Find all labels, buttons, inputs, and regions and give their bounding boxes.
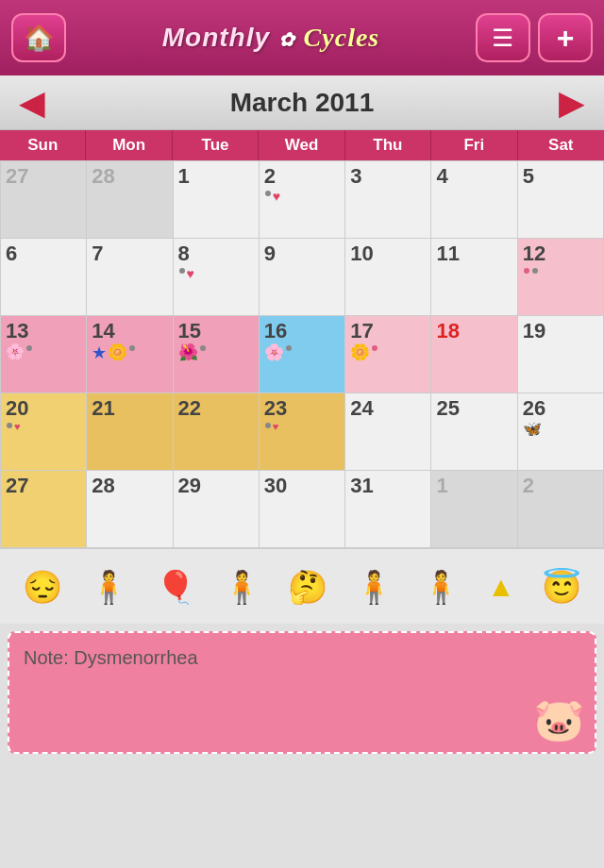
table-row[interactable]: 30 — [260, 471, 345, 548]
dot-icon — [286, 345, 292, 351]
dot-icon — [7, 423, 12, 428]
app-title: Monthly ✿ Cycles — [162, 23, 380, 53]
table-row[interactable]: 3 — [345, 161, 431, 239]
triangle-icon[interactable]: ▲ — [487, 573, 515, 601]
calendar-grid: 27 28 1 2 ♥ 3 4 5 6 7 — [0, 160, 604, 548]
flower-icon: 🌼 — [350, 344, 370, 360]
weekday-mon: Mon — [86, 130, 172, 160]
balloon-icon[interactable]: 🎈 — [156, 571, 195, 603]
app-header: 🏠 Monthly ✿ Cycles ☰ + — [0, 0, 604, 75]
flower-icon: 🌺 — [178, 344, 198, 360]
table-row[interactable]: 2 ♥ — [260, 161, 345, 239]
table-row[interactable]: 18 — [431, 316, 517, 393]
table-row[interactable]: 15 🌺 — [174, 316, 260, 393]
home-button[interactable]: 🏠 — [11, 13, 66, 62]
note-text: Note: Dysmenorrhea — [24, 647, 198, 668]
month-year-label: March 2011 — [230, 88, 375, 118]
calendar-weekday-header: Sun Mon Tue Wed Thu Fri Sat — [0, 130, 604, 160]
table-row[interactable]: 2 — [518, 471, 604, 548]
month-nav-bar: ◀ March 2011 ▶ — [0, 75, 604, 130]
table-row[interactable]: 5 — [518, 161, 604, 239]
flower-icon: 🌸 — [6, 344, 25, 359]
home-icon: 🏠 — [24, 24, 54, 53]
angel-icon[interactable]: 😇 — [542, 571, 581, 603]
table-row[interactable]: 31 — [345, 471, 431, 548]
list-button[interactable]: ☰ — [476, 13, 530, 62]
person-icon[interactable]: 🧍 — [89, 571, 128, 603]
header-right-buttons: ☰ + — [476, 13, 593, 62]
heart-icon: ♥ — [187, 267, 194, 280]
table-row[interactable]: 4 — [431, 161, 517, 239]
table-row[interactable]: 23 ♥ — [260, 393, 345, 471]
weekday-wed: Wed — [259, 130, 344, 160]
weekday-sun: Sun — [0, 130, 86, 160]
table-row[interactable]: 19 — [518, 316, 604, 393]
table-row[interactable]: 12 — [518, 239, 604, 316]
table-row[interactable]: 17 🌼 — [345, 316, 431, 393]
dot-icon — [265, 423, 271, 428]
heart-icon: ♥ — [14, 422, 21, 432]
table-row[interactable]: 8 ♥ — [174, 239, 260, 316]
dot-icon — [179, 268, 185, 274]
next-month-button[interactable]: ▶ — [559, 86, 585, 120]
note-face-icon: 🐷 — [533, 695, 585, 744]
table-row[interactable]: 1 — [431, 471, 517, 548]
table-row[interactable]: 27 — [1, 161, 87, 239]
table-row[interactable]: 16 🌸 — [260, 316, 345, 393]
table-row[interactable]: 7 — [87, 239, 173, 316]
flower-icon: 🌼 — [108, 344, 127, 361]
table-row[interactable]: 9 — [260, 239, 345, 316]
thinking-icon[interactable]: 🤔 — [288, 571, 327, 603]
table-row[interactable]: 11 — [431, 239, 517, 316]
flower-icon: 🌸 — [264, 344, 284, 360]
table-row[interactable]: 26 🦋 — [518, 393, 604, 471]
table-row[interactable]: 21 — [87, 393, 173, 471]
note-section: Note: Dysmenorrhea 🐷 — [8, 631, 596, 754]
pink-dot-icon — [524, 268, 529, 274]
dot-icon — [372, 345, 378, 351]
weekday-fri: Fri — [431, 130, 517, 160]
heart-icon: ♥ — [273, 190, 280, 203]
table-row[interactable]: 6 — [1, 239, 87, 316]
person4-icon[interactable]: 🧍 — [421, 571, 461, 603]
title-cycles: Cycles — [304, 23, 380, 52]
weekday-sat: Sat — [518, 130, 604, 160]
person2-icon[interactable]: 🧍 — [222, 571, 261, 603]
weekday-tue: Tue — [173, 130, 259, 160]
table-row[interactable]: 29 — [174, 471, 260, 548]
plus-icon: + — [557, 21, 575, 56]
heart-icon: ♥ — [273, 422, 279, 432]
table-row[interactable]: 20 ♥ — [1, 393, 87, 471]
table-row[interactable]: 28 — [87, 471, 173, 548]
list-icon: ☰ — [492, 24, 513, 53]
title-monthly: Monthly — [162, 23, 270, 52]
calendar: Sun Mon Tue Wed Thu Fri Sat 27 28 1 2 ♥ … — [0, 130, 604, 548]
table-row[interactable]: 24 — [345, 393, 431, 471]
dot-icon — [200, 345, 206, 351]
dot-icon — [129, 345, 135, 351]
sad-icon[interactable]: 😔 — [23, 571, 62, 603]
table-row[interactable]: 1 — [174, 161, 260, 239]
star-icon: ★ — [92, 344, 107, 361]
dot-icon — [265, 191, 271, 196]
person3-icon[interactable]: 🧍 — [354, 571, 394, 603]
dot-icon — [532, 268, 538, 274]
table-row[interactable]: 27 — [1, 471, 87, 548]
table-row[interactable]: 28 — [87, 161, 173, 239]
table-row[interactable]: 25 — [431, 393, 517, 471]
table-row[interactable]: 13 🌸 — [1, 316, 87, 393]
weekday-thu: Thu — [345, 130, 431, 160]
prev-month-button[interactable]: ◀ — [19, 86, 45, 120]
add-button[interactable]: + — [538, 13, 593, 62]
emoji-toolbar: 😔 🧍 🎈 🧍 🤔 🧍 🧍 ▲ 😇 — [0, 548, 604, 624]
dot-icon — [26, 345, 32, 351]
table-row[interactable]: 10 — [345, 239, 431, 316]
table-row[interactable]: 14 ★ 🌼 — [87, 316, 173, 393]
table-row[interactable]: 22 — [174, 393, 260, 471]
butterfly-icon: 🦋 — [523, 422, 542, 437]
